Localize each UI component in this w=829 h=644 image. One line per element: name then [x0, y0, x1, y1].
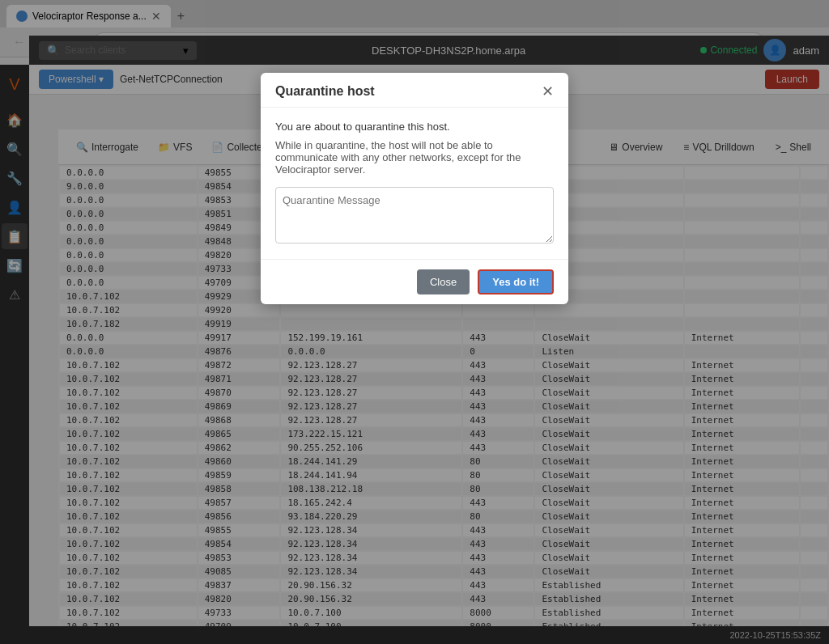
yes-do-it-button[interactable]: Yes do it! [478, 269, 554, 294]
modal-title: Quarantine host [275, 84, 375, 99]
modal-info-text: While in quarantine, the host will not b… [275, 139, 554, 176]
quarantine-modal: Quarantine host ✕ You are about to quara… [261, 73, 568, 304]
modal-close-x-button[interactable]: ✕ [542, 84, 554, 99]
modal-body: You are about to quarantine this host. W… [261, 108, 568, 259]
modal-overlay: Quarantine host ✕ You are about to quara… [0, 0, 829, 644]
quarantine-message-input[interactable] [275, 187, 554, 244]
modal-footer: Close Yes do it! [261, 259, 568, 304]
close-button[interactable]: Close [417, 269, 470, 294]
modal-header: Quarantine host ✕ [261, 73, 568, 108]
modal-warning-text: You are about to quarantine this host. [275, 121, 554, 133]
